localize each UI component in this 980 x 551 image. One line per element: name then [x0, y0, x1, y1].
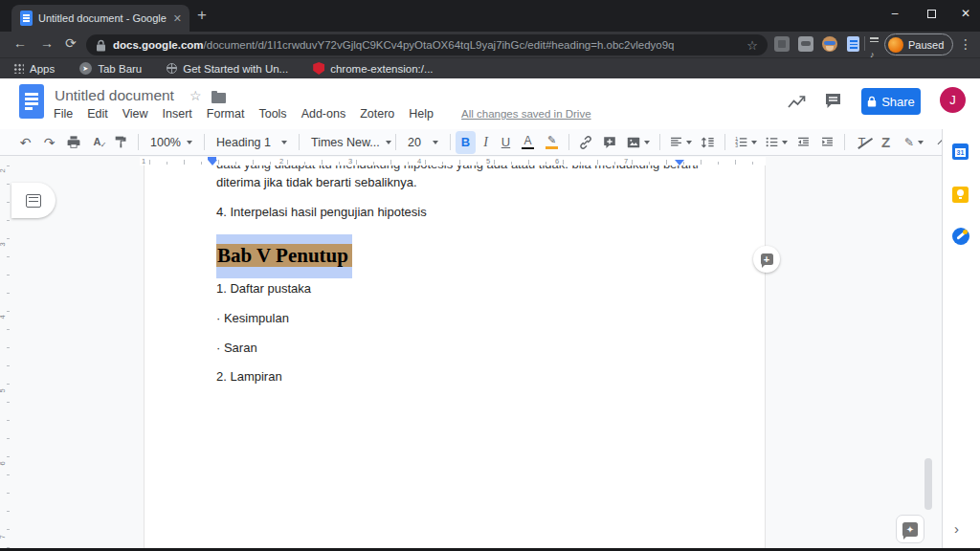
editing-mode-button[interactable]: ✎	[898, 131, 930, 154]
url-text[interactable]: docs.google.com/document/d/1I1crwduvY72v…	[113, 39, 746, 51]
increase-indent-button[interactable]	[815, 131, 839, 154]
browser-menu-icon[interactable]: ⋮	[959, 36, 972, 52]
shield-icon	[313, 62, 324, 75]
document-page[interactable]: data yang didapat itu mendukung hipotesi…	[144, 165, 766, 548]
browser-titlebar: Untitled document - Google Doc ✕ + – ✕	[0, 0, 980, 32]
bookmark-get-started[interactable]: Get Started with Un...	[167, 63, 288, 75]
image-icon	[626, 135, 641, 150]
toolbar-divider	[844, 134, 845, 150]
decrease-indent-button[interactable]	[791, 131, 815, 154]
comment-history-icon[interactable]	[824, 92, 842, 110]
paragraph-bullet[interactable]: · Kesimpulan	[216, 312, 289, 325]
monkey-extension-icon[interactable]	[822, 36, 837, 52]
clear-formatting-button[interactable]: T	[850, 131, 874, 154]
add-comment-button[interactable]	[598, 131, 622, 154]
account-avatar[interactable]: J	[940, 87, 966, 113]
back-icon[interactable]: ←	[13, 35, 27, 51]
forward-icon[interactable]: →	[40, 35, 54, 51]
keep-icon[interactable]	[952, 187, 969, 203]
bulleted-list-button[interactable]	[761, 131, 791, 154]
spellcheck-button[interactable]: A ✓	[85, 131, 109, 154]
window-close-button[interactable]: ✕	[949, 0, 980, 27]
underline-button[interactable]: U	[496, 131, 516, 154]
bookmark-apps[interactable]: Apps	[13, 63, 55, 75]
numbered-list-button[interactable]: 1 2 3	[730, 131, 761, 154]
explore-button[interactable]: ✦	[896, 515, 924, 543]
extension-icon[interactable]	[774, 36, 790, 52]
paragraph-bullet[interactable]: · Saran	[216, 342, 257, 355]
robot-extension-icon[interactable]	[798, 36, 813, 52]
redo-button[interactable]: ↷	[37, 131, 61, 154]
insert-link-button[interactable]	[574, 131, 598, 154]
new-tab-button[interactable]: +	[197, 7, 207, 24]
print-button[interactable]	[61, 131, 85, 154]
menu-zotero[interactable]: Zotero	[360, 107, 394, 121]
paragraph[interactable]: 2. Lampiran	[216, 370, 282, 384]
insert-image-button[interactable]	[622, 131, 655, 154]
highlight-color-button[interactable]: ✎	[540, 131, 564, 154]
font-size-select[interactable]: 20	[401, 131, 445, 154]
document-title[interactable]: Untitled document	[55, 87, 174, 104]
menu-help[interactable]: Help	[409, 107, 434, 121]
window-minimize-button[interactable]: –	[879, 0, 911, 27]
paragraph[interactable]: diterima jika tidak berarti sebaliknya.	[216, 176, 417, 189]
menu-insert[interactable]: Insert	[163, 107, 192, 121]
bulleted-list-icon	[765, 135, 779, 149]
undo-button[interactable]: ↶	[13, 131, 37, 154]
chevron-down-icon	[782, 141, 788, 144]
address-bar[interactable]: docs.google.com/document/d/1I1crwduvY72v…	[86, 34, 768, 55]
menu-edit[interactable]: Edit	[87, 107, 108, 121]
profile-paused-button[interactable]: Paused	[884, 33, 953, 55]
menu-format[interactable]: Format	[207, 107, 245, 121]
zotero-icon: Z	[881, 134, 890, 150]
clear-formatting-icon: T	[858, 135, 866, 149]
document-outline-button[interactable]	[11, 183, 56, 218]
tasks-icon[interactable]	[952, 228, 969, 245]
star-document-icon[interactable]: ☆	[189, 88, 202, 103]
apps-grid-icon	[13, 63, 24, 74]
calendar-icon[interactable]: 31	[952, 143, 969, 160]
svg-text:3: 3	[735, 143, 738, 148]
globe-icon: ➤	[79, 62, 92, 75]
bookmark-star-icon[interactable]: ☆	[746, 38, 758, 53]
paragraph[interactable]: 1. Daftar pustaka	[216, 282, 311, 296]
zoom-select[interactable]: 100%	[144, 131, 199, 154]
paragraph-clipped[interactable]: data yang didapat itu mendukung hipotesi…	[216, 165, 699, 171]
calendar-day: 31	[957, 149, 965, 156]
menu-view[interactable]: View	[122, 107, 148, 121]
align-button[interactable]	[665, 131, 696, 154]
google-docs-logo[interactable]	[19, 84, 44, 119]
browser-tab[interactable]: Untitled document - Google Doc ✕	[11, 5, 189, 32]
horizontal-ruler[interactable]: 11234567	[144, 157, 766, 165]
menu-addons[interactable]: Add-ons	[301, 107, 346, 121]
docs-extension-icon[interactable]	[847, 36, 859, 52]
share-button[interactable]: Share	[861, 88, 921, 115]
tab-close-icon[interactable]: ✕	[173, 12, 182, 25]
paragraph[interactable]: 4. Interpelasi hasil pengujian hipotesis	[216, 206, 427, 219]
reload-icon[interactable]: ⟳	[65, 35, 77, 51]
bookmark-chrome-extension[interactable]: chrome-extension:/...	[313, 62, 433, 75]
paragraph-style-select[interactable]: Heading 1	[210, 131, 294, 154]
bookmark-tab-baru[interactable]: ➤ Tab Baru	[79, 62, 142, 75]
vertical-scrollbar-thumb[interactable]	[924, 458, 932, 510]
line-spacing-button[interactable]	[696, 131, 720, 154]
vertical-ruler[interactable]: 234567	[0, 165, 11, 548]
menu-file[interactable]: File	[54, 107, 73, 121]
show-side-panel-chevron-icon[interactable]: ›	[954, 520, 959, 537]
document-stats-icon[interactable]	[787, 93, 808, 110]
document-heading[interactable]: Bab V Penutup	[217, 244, 348, 267]
ruler-number: 3	[0, 242, 7, 246]
highlight-pen-icon: ✎	[546, 135, 558, 149]
paint-format-button[interactable]	[109, 131, 133, 154]
save-status[interactable]: All changes saved in Drive	[461, 108, 591, 120]
text-color-button[interactable]: A	[516, 131, 540, 154]
font-select[interactable]: Times New...	[304, 131, 390, 154]
window-maximize-button[interactable]	[915, 0, 947, 27]
italic-button[interactable]: I	[476, 131, 496, 154]
add-comment-floating-button[interactable]: +	[753, 246, 780, 273]
zotero-button[interactable]: Z	[874, 131, 898, 154]
bold-button[interactable]: B	[456, 131, 476, 154]
ruler-number: 4	[415, 157, 423, 165]
move-folder-icon[interactable]	[212, 93, 226, 103]
menu-tools[interactable]: Tools	[258, 107, 286, 121]
